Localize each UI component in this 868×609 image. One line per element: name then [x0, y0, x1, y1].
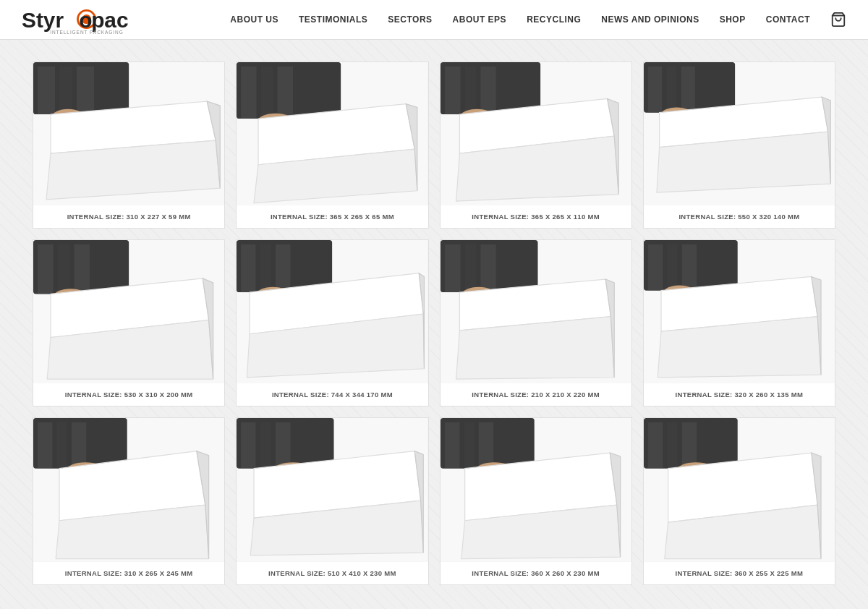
svg-rect-59: [480, 244, 496, 292]
svg-text:INTELLIGENT PACKAGING: INTELLIGENT PACKAGING: [50, 30, 124, 35]
svg-rect-81: [260, 422, 272, 469]
product-label-10: INTERNAL SIZE: 510 X 410 X 230 MM: [237, 562, 427, 584]
svg-rect-96: [682, 422, 697, 469]
product-card-12[interactable]: INTERNAL SIZE: 360 X 255 X 225 MM: [643, 417, 835, 584]
product-label-3: INTERNAL SIZE: 365 X 265 X 110 MM: [441, 205, 631, 228]
svg-rect-88: [464, 422, 474, 469]
product-image-11: [441, 418, 631, 561]
svg-rect-75: [72, 422, 86, 469]
svg-rect-50: [260, 244, 272, 292]
product-image-6: [237, 240, 427, 383]
product-image-9: [33, 418, 224, 561]
nav-about-us[interactable]: ABOUT US: [230, 14, 278, 25]
site-header: Styr o pack INTELLIGENT PACKAGING ABOUT …: [0, 0, 868, 40]
svg-rect-26: [464, 67, 476, 114]
main-nav: ABOUT US TESTIMONIALS SECTORS ABOUT EPS …: [230, 12, 846, 27]
product-card-11[interactable]: INTERNAL SIZE: 360 X 260 X 230 MM: [440, 417, 632, 584]
nav-recycling[interactable]: RECYCLING: [527, 14, 581, 25]
product-label-4: INTERNAL SIZE: 550 X 320 140 MM: [644, 205, 835, 228]
svg-rect-73: [38, 422, 52, 469]
product-card-7[interactable]: INTERNAL SIZE: 210 X 210 X 220 MM: [440, 239, 632, 406]
svg-rect-57: [445, 244, 461, 292]
svg-rect-87: [445, 422, 459, 469]
nav-shop[interactable]: SHOP: [720, 14, 746, 25]
svg-rect-18: [261, 67, 273, 119]
svg-rect-89: [478, 422, 493, 469]
product-label-8: INTERNAL SIZE: 320 X 260 X 135 MM: [644, 383, 835, 406]
svg-text:Styr: Styr: [22, 8, 64, 32]
svg-rect-33: [648, 67, 662, 113]
product-label-12: INTERNAL SIZE: 360 X 255 X 225 MM: [644, 562, 835, 584]
logo[interactable]: Styr o pack INTELLIGENT PACKAGING: [22, 4, 129, 35]
product-card-10[interactable]: INTERNAL SIZE: 510 X 410 X 230 MM: [236, 417, 428, 584]
product-image-7: [441, 240, 631, 383]
product-label-2: INTERNAL SIZE: 365 X 265 X 65 MM: [237, 205, 427, 228]
product-image-10: [237, 418, 427, 561]
svg-rect-11: [77, 67, 94, 114]
product-image-2: [237, 62, 427, 205]
product-card-3[interactable]: INTERNAL SIZE: 365 X 265 X 110 MM: [440, 61, 632, 229]
svg-rect-43: [74, 244, 90, 294]
product-card-1[interactable]: INTERNAL SIZE: 310 X 227 X 59 MM: [33, 61, 225, 229]
product-card-9[interactable]: INTERNAL SIZE: 310 X 265 X 245 MM: [33, 417, 225, 584]
product-card-2[interactable]: INTERNAL SIZE: 365 X 265 X 65 MM: [236, 61, 428, 229]
svg-rect-94: [648, 422, 663, 469]
svg-rect-27: [480, 67, 496, 114]
product-grid: INTERNAL SIZE: 310 X 227 X 59 MM INTERNA…: [33, 61, 835, 585]
product-label-5: INTERNAL SIZE: 530 X 310 X 200 MM: [33, 383, 224, 406]
svg-rect-80: [241, 422, 255, 469]
svg-rect-95: [667, 422, 677, 469]
product-label-9: INTERNAL SIZE: 310 X 265 X 245 MM: [33, 562, 224, 584]
nav-contact[interactable]: CONTACT: [766, 14, 810, 25]
svg-rect-34: [666, 67, 676, 113]
product-image-1: [33, 62, 224, 205]
product-image-4: [644, 62, 835, 205]
svg-rect-19: [278, 67, 294, 119]
svg-rect-41: [38, 244, 54, 294]
svg-rect-51: [276, 244, 290, 292]
svg-rect-58: [464, 244, 476, 292]
product-label-1: INTERNAL SIZE: 310 X 227 X 59 MM: [33, 205, 224, 228]
nav-news-opinions[interactable]: NEWS AND OPINIONS: [601, 14, 699, 25]
product-label-7: INTERNAL SIZE: 210 X 210 X 220 MM: [441, 383, 631, 406]
svg-rect-35: [681, 67, 694, 113]
product-image-5: [33, 240, 224, 383]
product-image-8: [644, 240, 835, 383]
cart-icon[interactable]: [830, 12, 846, 27]
product-image-12: [644, 418, 835, 561]
product-card-4[interactable]: INTERNAL SIZE: 550 X 320 140 MM: [643, 61, 835, 229]
svg-rect-9: [38, 67, 55, 114]
svg-rect-49: [241, 244, 255, 292]
svg-rect-67: [682, 244, 697, 291]
nav-sectors[interactable]: SECTORS: [388, 14, 432, 25]
product-card-5[interactable]: INTERNAL SIZE: 530 X 310 X 200 MM: [33, 239, 225, 406]
product-card-6[interactable]: INTERNAL SIZE: 744 X 344 170 MM: [236, 239, 428, 406]
svg-rect-65: [648, 244, 663, 291]
svg-text:o: o: [79, 8, 92, 32]
svg-rect-25: [445, 67, 461, 114]
nav-testimonials[interactable]: TESTIMONIALS: [299, 14, 367, 25]
svg-rect-42: [58, 244, 70, 294]
svg-rect-17: [241, 67, 257, 119]
main-content: INTERNAL SIZE: 310 X 227 X 59 MM INTERNA…: [18, 40, 850, 607]
product-image-3: [441, 62, 631, 205]
svg-rect-66: [667, 244, 677, 291]
svg-rect-74: [56, 422, 67, 469]
nav-about-eps[interactable]: ABOUT EPS: [453, 14, 507, 25]
product-label-11: INTERNAL SIZE: 360 X 260 X 230 MM: [441, 562, 631, 584]
svg-rect-10: [59, 67, 72, 114]
product-card-8[interactable]: INTERNAL SIZE: 320 X 260 X 135 MM: [643, 239, 835, 406]
svg-text:pack: pack: [91, 8, 129, 32]
product-label-6: INTERNAL SIZE: 744 X 344 170 MM: [237, 383, 427, 406]
svg-rect-82: [276, 422, 290, 469]
